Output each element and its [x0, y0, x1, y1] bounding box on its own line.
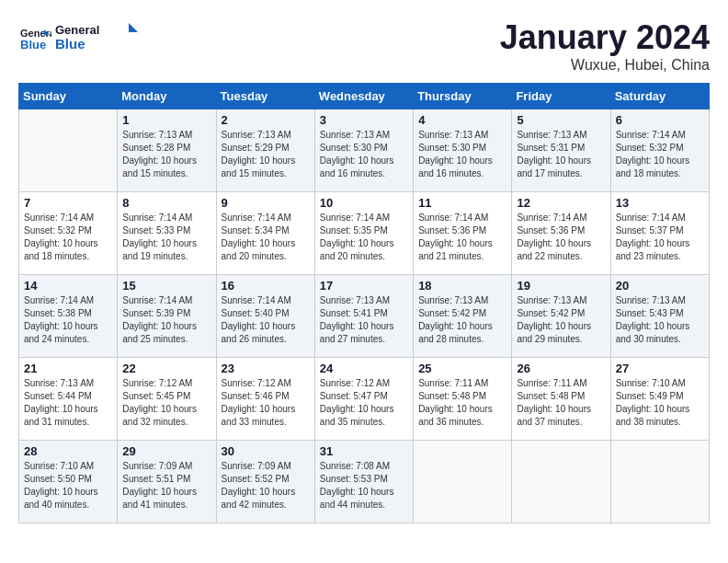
day-number: 22 — [122, 362, 210, 375]
calendar-cell: 3Sunrise: 7:13 AM Sunset: 5:30 PM Daylig… — [314, 109, 413, 192]
weekday-header-thursday: Thursday — [414, 84, 512, 109]
calendar-cell: 11Sunrise: 7:14 AM Sunset: 5:36 PM Dayli… — [414, 192, 512, 275]
day-info: Sunrise: 7:11 AM Sunset: 5:48 PM Dayligh… — [517, 377, 605, 429]
calendar-cell: 23Sunrise: 7:12 AM Sunset: 5:46 PM Dayli… — [216, 358, 314, 441]
day-info: Sunrise: 7:13 AM Sunset: 5:41 PM Dayligh… — [320, 294, 408, 346]
calendar-cell: 27Sunrise: 7:10 AM Sunset: 5:49 PM Dayli… — [610, 358, 709, 441]
day-info: Sunrise: 7:12 AM Sunset: 5:45 PM Dayligh… — [122, 377, 210, 429]
calendar-cell: 15Sunrise: 7:14 AM Sunset: 5:39 PM Dayli… — [118, 275, 216, 358]
calendar-week-row: 7Sunrise: 7:14 AM Sunset: 5:32 PM Daylig… — [19, 192, 710, 275]
day-number: 3 — [320, 113, 408, 127]
calendar-cell: 13Sunrise: 7:14 AM Sunset: 5:37 PM Dayli… — [610, 192, 709, 275]
day-number: 8 — [122, 196, 210, 210]
day-number: 9 — [222, 196, 310, 210]
calendar-cell: 8Sunrise: 7:14 AM Sunset: 5:33 PM Daylig… — [118, 192, 216, 275]
weekday-header-sunday: Sunday — [19, 84, 118, 109]
day-number: 10 — [320, 196, 408, 210]
day-info: Sunrise: 7:13 AM Sunset: 5:30 PM Dayligh… — [320, 129, 408, 180]
calendar-cell: 29Sunrise: 7:09 AM Sunset: 5:51 PM Dayli… — [118, 441, 216, 523]
day-number: 7 — [24, 196, 112, 210]
calendar-cell: 20Sunrise: 7:13 AM Sunset: 5:43 PM Dayli… — [610, 275, 709, 358]
weekday-header-wednesday: Wednesday — [314, 84, 413, 109]
day-info: Sunrise: 7:14 AM Sunset: 5:33 PM Dayligh… — [122, 212, 210, 263]
day-number: 15 — [122, 279, 210, 293]
day-number: 1 — [122, 113, 210, 127]
day-number: 6 — [616, 113, 704, 127]
calendar-cell — [610, 441, 709, 523]
day-number: 17 — [320, 279, 408, 293]
day-info: Sunrise: 7:09 AM Sunset: 5:51 PM Dayligh… — [122, 460, 210, 511]
calendar-cell: 7Sunrise: 7:14 AM Sunset: 5:32 PM Daylig… — [19, 192, 118, 275]
day-info: Sunrise: 7:13 AM Sunset: 5:42 PM Dayligh… — [517, 294, 605, 346]
day-info: Sunrise: 7:14 AM Sunset: 5:37 PM Dayligh… — [616, 212, 704, 263]
day-info: Sunrise: 7:14 AM Sunset: 5:36 PM Dayligh… — [517, 212, 605, 263]
day-info: Sunrise: 7:10 AM Sunset: 5:49 PM Dayligh… — [616, 377, 704, 429]
day-number: 28 — [24, 444, 112, 458]
day-info: Sunrise: 7:13 AM Sunset: 5:31 PM Dayligh… — [517, 129, 605, 180]
calendar-cell: 10Sunrise: 7:14 AM Sunset: 5:35 PM Dayli… — [314, 192, 413, 275]
day-info: Sunrise: 7:13 AM Sunset: 5:42 PM Dayligh… — [418, 294, 506, 346]
calendar-cell — [414, 441, 512, 523]
calendar-cell: 22Sunrise: 7:12 AM Sunset: 5:45 PM Dayli… — [118, 358, 216, 441]
weekday-header-monday: Monday — [118, 84, 216, 109]
day-number: 14 — [24, 279, 112, 293]
logo: General Blue General Blue — [18, 18, 138, 59]
day-info: Sunrise: 7:08 AM Sunset: 5:53 PM Dayligh… — [320, 460, 408, 511]
calendar-cell: 9Sunrise: 7:14 AM Sunset: 5:34 PM Daylig… — [216, 192, 314, 275]
calendar-cell: 4Sunrise: 7:13 AM Sunset: 5:30 PM Daylig… — [414, 109, 512, 192]
day-info: Sunrise: 7:14 AM Sunset: 5:39 PM Dayligh… — [122, 294, 210, 346]
svg-text:Blue: Blue — [55, 36, 85, 52]
day-number: 12 — [517, 196, 605, 210]
calendar-week-row: 21Sunrise: 7:13 AM Sunset: 5:44 PM Dayli… — [19, 358, 710, 441]
day-number: 2 — [222, 113, 310, 127]
calendar-cell — [19, 109, 118, 192]
day-number: 29 — [122, 444, 210, 458]
day-number: 5 — [517, 113, 605, 127]
calendar-cell: 28Sunrise: 7:10 AM Sunset: 5:50 PM Dayli… — [19, 441, 118, 523]
calendar-cell: 25Sunrise: 7:11 AM Sunset: 5:48 PM Dayli… — [414, 358, 512, 441]
calendar-week-row: 28Sunrise: 7:10 AM Sunset: 5:50 PM Dayli… — [19, 441, 710, 523]
day-number: 13 — [616, 196, 704, 210]
svg-text:General: General — [55, 23, 99, 37]
day-number: 30 — [222, 444, 310, 458]
weekday-header-saturday: Saturday — [610, 84, 709, 109]
calendar-cell: 31Sunrise: 7:08 AM Sunset: 5:53 PM Dayli… — [314, 441, 413, 523]
day-info: Sunrise: 7:14 AM Sunset: 5:34 PM Dayligh… — [222, 212, 310, 263]
calendar-cell: 17Sunrise: 7:13 AM Sunset: 5:41 PM Dayli… — [314, 275, 413, 358]
day-info: Sunrise: 7:11 AM Sunset: 5:48 PM Dayligh… — [418, 377, 506, 429]
page-header: General Blue General Blue January 2024 W… — [18, 18, 710, 74]
day-number: 19 — [517, 279, 605, 293]
day-number: 4 — [418, 113, 506, 127]
day-info: Sunrise: 7:10 AM Sunset: 5:50 PM Dayligh… — [24, 460, 112, 511]
month-title: January 2024 — [500, 18, 710, 57]
calendar-week-row: 14Sunrise: 7:14 AM Sunset: 5:38 PM Dayli… — [19, 275, 710, 358]
day-info: Sunrise: 7:14 AM Sunset: 5:38 PM Dayligh… — [24, 294, 112, 346]
day-number: 20 — [616, 279, 704, 293]
calendar-cell — [512, 441, 610, 523]
calendar-cell: 14Sunrise: 7:14 AM Sunset: 5:38 PM Dayli… — [19, 275, 118, 358]
calendar-cell: 12Sunrise: 7:14 AM Sunset: 5:36 PM Dayli… — [512, 192, 610, 275]
day-info: Sunrise: 7:12 AM Sunset: 5:47 PM Dayligh… — [320, 377, 408, 429]
day-info: Sunrise: 7:14 AM Sunset: 5:40 PM Dayligh… — [222, 294, 310, 346]
calendar-cell: 18Sunrise: 7:13 AM Sunset: 5:42 PM Dayli… — [414, 275, 512, 358]
day-info: Sunrise: 7:14 AM Sunset: 5:35 PM Dayligh… — [320, 212, 408, 263]
calendar-cell: 6Sunrise: 7:14 AM Sunset: 5:32 PM Daylig… — [610, 109, 709, 192]
day-number: 18 — [418, 279, 506, 293]
day-info: Sunrise: 7:13 AM Sunset: 5:30 PM Dayligh… — [418, 129, 506, 180]
day-info: Sunrise: 7:13 AM Sunset: 5:29 PM Dayligh… — [222, 129, 310, 180]
day-number: 27 — [616, 362, 704, 375]
day-info: Sunrise: 7:12 AM Sunset: 5:46 PM Dayligh… — [222, 377, 310, 429]
day-info: Sunrise: 7:13 AM Sunset: 5:28 PM Dayligh… — [122, 129, 210, 180]
day-info: Sunrise: 7:14 AM Sunset: 5:32 PM Dayligh… — [24, 212, 112, 263]
calendar-cell: 21Sunrise: 7:13 AM Sunset: 5:44 PM Dayli… — [19, 358, 118, 441]
calendar-cell: 30Sunrise: 7:09 AM Sunset: 5:52 PM Dayli… — [216, 441, 314, 523]
calendar-cell: 24Sunrise: 7:12 AM Sunset: 5:47 PM Dayli… — [314, 358, 413, 441]
calendar-cell: 26Sunrise: 7:11 AM Sunset: 5:48 PM Dayli… — [512, 358, 610, 441]
day-number: 11 — [418, 196, 506, 210]
calendar-cell: 19Sunrise: 7:13 AM Sunset: 5:42 PM Dayli… — [512, 275, 610, 358]
weekday-header-tuesday: Tuesday — [216, 84, 314, 109]
weekday-header-row: SundayMondayTuesdayWednesdayThursdayFrid… — [19, 84, 710, 109]
day-number: 25 — [418, 362, 506, 375]
day-info: Sunrise: 7:13 AM Sunset: 5:43 PM Dayligh… — [616, 294, 704, 346]
day-info: Sunrise: 7:13 AM Sunset: 5:44 PM Dayligh… — [24, 377, 112, 429]
